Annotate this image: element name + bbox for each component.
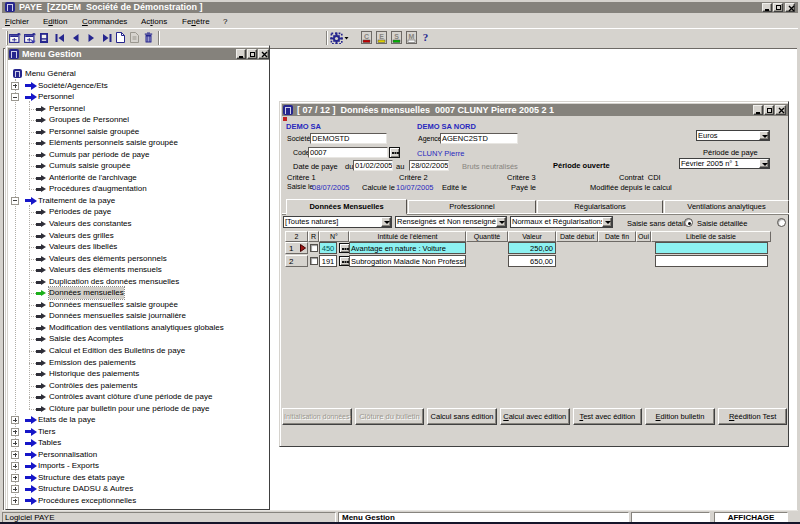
svg-text:M: M [409,33,415,40]
svg-text:E: E [379,33,384,40]
svg-text:C: C [364,33,369,40]
svg-text:?: ? [423,31,429,43]
svg-text:S: S [394,33,399,40]
